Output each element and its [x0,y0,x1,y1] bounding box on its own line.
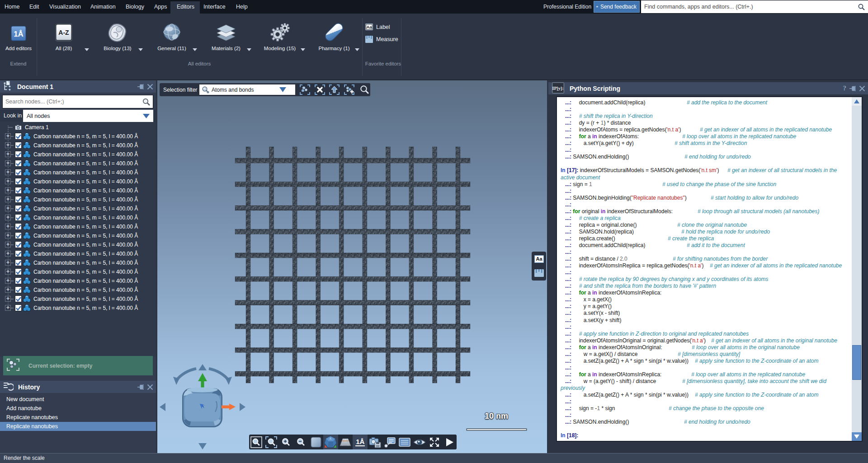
svg-text:1Å: 1Å [14,30,24,38]
svg-text:Aa: Aa [366,24,372,29]
svg-text:A-Z: A-Z [58,29,69,36]
svg-text:IP[y]:: IP[y]: [552,85,564,90]
